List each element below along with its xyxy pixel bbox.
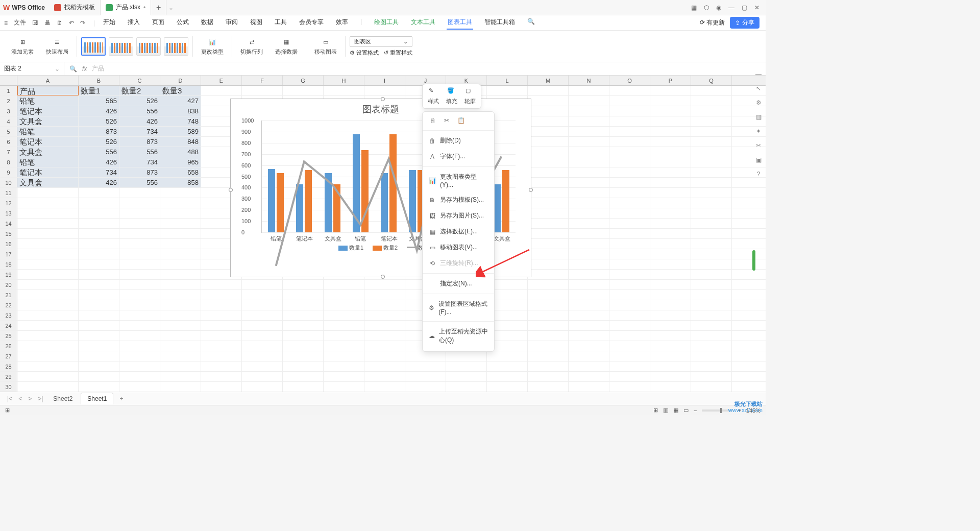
row-header[interactable]: 22 [0,300,17,310]
cell[interactable] [17,219,79,228]
col-header[interactable]: O [609,76,650,85]
cell[interactable] [160,331,201,341]
cell[interactable] [17,382,79,392]
cell[interactable] [569,300,609,310]
cell[interactable] [691,249,732,259]
cell[interactable] [79,351,119,361]
updates-label[interactable]: ⟳ 有更新 [700,18,725,27]
cell[interactable] [528,86,569,95]
cell[interactable] [160,341,201,351]
cell[interactable] [691,239,732,249]
ctx-delete[interactable]: 🗑删除(D) [423,133,494,149]
cell[interactable] [650,239,691,249]
cell[interactable]: 873 [119,167,160,177]
user-avatar-icon[interactable]: ◉ [716,4,721,11]
row-header[interactable]: 4 [0,116,17,126]
cell[interactable] [160,382,201,392]
cell[interactable] [609,372,650,381]
cell[interactable] [201,300,242,310]
cell[interactable] [79,208,119,218]
ctx-change-type[interactable]: 📊更改图表类型(Y)... [423,169,494,192]
cell[interactable] [691,198,732,208]
cell[interactable] [201,86,242,95]
sheet-nav-first[interactable]: |< [5,395,14,402]
chart-style-gallery[interactable] [81,37,188,56]
cell[interactable] [691,300,732,310]
cell[interactable] [569,361,609,371]
col-header[interactable]: E [201,76,242,85]
tab-smart-toolbox[interactable]: 智能工具箱 [483,16,516,30]
new-tab-button[interactable]: + [151,0,166,15]
cell[interactable] [528,382,569,392]
cell[interactable] [17,372,79,381]
cell[interactable] [119,208,160,218]
row-header[interactable]: 12 [0,198,17,208]
row-header[interactable]: 5 [0,127,17,136]
cell[interactable] [609,331,650,341]
cell[interactable] [691,86,732,95]
row-header[interactable]: 17 [0,249,17,259]
cell[interactable]: 734 [119,157,160,167]
cell[interactable] [201,361,242,371]
cell[interactable] [650,219,691,228]
sheet-nav-last[interactable]: >| [36,395,45,402]
cell[interactable] [569,259,609,269]
cell[interactable] [650,310,691,320]
cell[interactable] [650,351,691,361]
cell[interactable] [119,259,160,269]
cell[interactable] [17,259,79,269]
col-header[interactable]: P [650,76,691,85]
tab-insert[interactable]: 插入 [127,16,141,30]
undo-icon[interactable]: ↶ [69,19,74,27]
cell[interactable] [569,270,609,279]
cell[interactable] [119,300,160,310]
col-header[interactable]: C [119,76,160,85]
cell[interactable] [79,229,119,238]
chart-style-thumb[interactable] [109,37,133,56]
add-element-button[interactable]: ⊞添加元素 [7,37,38,56]
cell[interactable] [609,116,650,126]
cell[interactable] [119,321,160,330]
cell[interactable] [17,208,79,218]
cell[interactable] [160,239,201,249]
row-header[interactable]: 1 [0,86,17,95]
cell[interactable] [528,259,569,269]
cell[interactable] [569,290,609,300]
app-tab-template[interactable]: 找稻壳模板 [49,0,101,15]
cell[interactable]: 铅笔 [17,96,79,106]
cell[interactable] [119,270,160,279]
cell[interactable] [528,178,569,187]
cell[interactable] [201,310,242,320]
col-header[interactable]: N [569,76,609,85]
cell[interactable] [569,331,609,341]
cell[interactable] [79,280,119,289]
cell[interactable]: 文具盒 [17,116,79,126]
cell[interactable] [691,361,732,371]
cell[interactable] [609,178,650,187]
cell[interactable] [650,147,691,157]
file-menu[interactable]: 文件 [14,18,26,27]
set-format-button[interactable]: ⚙ 设置格式 [350,49,379,57]
cell[interactable]: 565 [79,96,119,106]
cell[interactable] [119,188,160,198]
cell[interactable] [569,280,609,289]
cell[interactable]: 铅笔 [17,157,79,167]
cell[interactable] [79,198,119,208]
cell[interactable] [650,157,691,167]
cell[interactable] [609,198,650,208]
panel-icon[interactable]: ▥ [756,113,762,120]
cell[interactable] [650,167,691,177]
col-header[interactable]: M [528,76,569,85]
cell[interactable] [650,270,691,279]
cell[interactable] [650,331,691,341]
row-header[interactable]: 13 [0,208,17,218]
cell[interactable] [569,188,609,198]
cell[interactable] [160,321,201,330]
view-normal-icon[interactable]: ⊞ [653,407,658,414]
cell[interactable] [650,382,691,392]
cell[interactable] [17,198,79,208]
chart-element-select[interactable]: 图表区⌄ [350,36,412,47]
cell[interactable]: 488 [160,147,201,157]
cell[interactable] [691,106,732,116]
cell[interactable] [609,290,650,300]
